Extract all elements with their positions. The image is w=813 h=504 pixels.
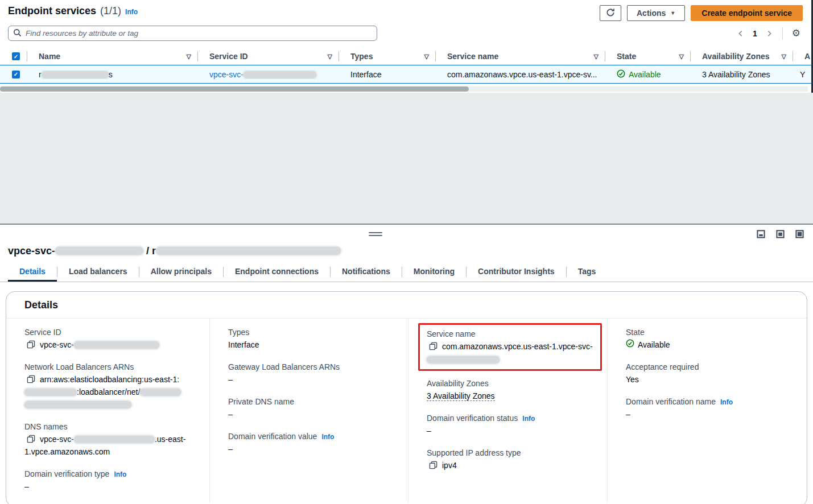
caret-down-icon: ▼ bbox=[670, 10, 675, 16]
resource-count: (1/1) bbox=[100, 5, 121, 17]
row-availability-zones-cell: 3 Availability Zones bbox=[691, 70, 793, 79]
copy-icon[interactable] bbox=[429, 461, 438, 469]
redacted-text bbox=[140, 389, 181, 396]
create-endpoint-service-button[interactable]: Create endpoint service bbox=[691, 5, 803, 21]
redacted-text bbox=[74, 341, 159, 349]
field-domain-verification-type: Domain verification typeInfo – bbox=[24, 469, 196, 493]
field-supported-ip-address-type: Supported IP address type ipv4 bbox=[427, 448, 593, 472]
column-header-types[interactable]: Types ▽ bbox=[339, 48, 436, 65]
check-circle-icon bbox=[617, 69, 625, 80]
field-private-dns-name: Private DNS name – bbox=[228, 397, 394, 420]
row-state-cell: Available bbox=[605, 69, 691, 80]
redacted-text bbox=[156, 247, 341, 255]
split-panel: vpce-svc- / r Details Load balancers All… bbox=[0, 224, 813, 504]
column-header-availability-zones[interactable]: Availability Zones ▽ bbox=[691, 48, 793, 65]
tab-tags[interactable]: Tags bbox=[567, 265, 608, 282]
row-service-id-cell: vpce-svc- bbox=[198, 70, 339, 79]
details-column-2: Types Interface Gateway Load Balancers A… bbox=[209, 319, 408, 503]
filter-icon[interactable]: ▽ bbox=[328, 53, 332, 60]
column-header-service-name[interactable]: Service name ▽ bbox=[436, 48, 605, 65]
select-all-cell: ✓ bbox=[0, 48, 27, 65]
filter-icon[interactable]: ▽ bbox=[679, 53, 684, 60]
preferences-button[interactable]: ⚙ bbox=[790, 26, 803, 40]
redacted-text bbox=[244, 71, 316, 79]
info-link[interactable]: Info bbox=[720, 398, 733, 406]
copy-icon[interactable] bbox=[27, 435, 35, 443]
column-header-service-id[interactable]: Service ID ▽ bbox=[198, 48, 339, 65]
panel-size-medium-button[interactable] bbox=[776, 230, 785, 238]
redacted-text bbox=[55, 247, 143, 255]
next-page-button[interactable] bbox=[763, 27, 775, 40]
info-link[interactable]: Info bbox=[522, 415, 535, 423]
availability-zones-link[interactable]: 3 Availability Zones bbox=[702, 70, 770, 79]
scrollbar-thumb[interactable] bbox=[0, 86, 469, 92]
details-column-3: Service name com.amazonaws.vpce.us-east-… bbox=[408, 319, 607, 503]
table-header-row: ✓ Name ▽ Service ID ▽ Types ▽ Service na… bbox=[0, 48, 813, 65]
column-header-state[interactable]: State ▽ bbox=[605, 48, 691, 65]
details-column-1: Service ID vpce-svc- Network Load Balanc… bbox=[6, 319, 209, 503]
refresh-button[interactable] bbox=[600, 5, 621, 21]
tab-endpoint-connections[interactable]: Endpoint connections bbox=[224, 265, 330, 282]
content-background bbox=[0, 93, 813, 224]
field-domain-verification-value: Domain verification valueInfo – bbox=[228, 432, 394, 455]
tab-details[interactable]: Details bbox=[8, 265, 57, 282]
actions-button[interactable]: Actions ▼ bbox=[627, 5, 685, 21]
copy-icon[interactable] bbox=[429, 342, 438, 350]
info-link[interactable]: Info bbox=[125, 8, 138, 16]
filter-icon[interactable]: ▽ bbox=[187, 53, 191, 60]
check-circle-icon bbox=[626, 338, 634, 351]
copy-icon[interactable] bbox=[27, 375, 35, 383]
details-card: Details Service ID vpce-svc- Network Loa… bbox=[6, 291, 807, 504]
filter-icon[interactable]: ▽ bbox=[782, 53, 786, 60]
field-availability-zones: Availability Zones 3 Availability Zones bbox=[427, 379, 593, 402]
filter-icon[interactable]: ▽ bbox=[424, 53, 429, 60]
info-link[interactable]: Info bbox=[114, 470, 126, 478]
field-service-id: Service ID vpce-svc- bbox=[24, 328, 196, 351]
column-header-acceptance[interactable]: A bbox=[793, 48, 813, 65]
availability-zones-link[interactable]: 3 Availability Zones bbox=[427, 391, 495, 401]
service-id-link[interactable]: vpce-svc- bbox=[209, 70, 316, 79]
current-page[interactable]: 1 bbox=[749, 29, 761, 38]
redacted-text bbox=[74, 436, 155, 443]
tab-monitoring[interactable]: Monitoring bbox=[402, 265, 466, 282]
field-acceptance-required: Acceptance required Yes bbox=[626, 362, 793, 386]
field-domain-verification-status: Domain verification statusInfo – bbox=[427, 414, 593, 437]
filter-icon[interactable]: ▽ bbox=[594, 53, 599, 60]
tab-notifications[interactable]: Notifications bbox=[331, 265, 402, 282]
select-all-checkbox[interactable]: ✓ bbox=[12, 52, 20, 60]
table-row[interactable]: ✓ rs vpce-svc- Interface com.amazonaws.v… bbox=[0, 65, 813, 84]
redacted-text bbox=[24, 389, 77, 396]
card-title: Details bbox=[24, 299, 789, 311]
details-column-4: State Available Acceptance required Yes … bbox=[607, 319, 807, 503]
field-state: State Available bbox=[626, 328, 793, 351]
panel-drag-handle[interactable] bbox=[369, 232, 382, 238]
pagination: 1 ⚙ bbox=[734, 26, 803, 40]
previous-page-button[interactable] bbox=[734, 27, 747, 40]
status-badge: Available bbox=[629, 70, 661, 79]
panel-size-small-button[interactable] bbox=[757, 230, 765, 238]
field-types: Types Interface bbox=[228, 328, 394, 351]
copy-icon[interactable] bbox=[27, 340, 35, 349]
row-name-cell: rs bbox=[27, 70, 198, 79]
info-link[interactable]: Info bbox=[321, 433, 334, 441]
refresh-icon bbox=[606, 8, 615, 19]
redacted-text bbox=[427, 356, 500, 363]
tab-load-balancers[interactable]: Load balancers bbox=[57, 265, 139, 282]
panel-title: vpce-svc- / r bbox=[0, 241, 813, 257]
status-badge: Available bbox=[638, 338, 670, 351]
column-header-name[interactable]: Name ▽ bbox=[27, 48, 198, 65]
search-box[interactable] bbox=[8, 26, 377, 41]
field-domain-verification-name: Domain verification nameInfo – bbox=[626, 397, 793, 420]
field-service-name-highlighted: Service name com.amazonaws.vpce.us-east-… bbox=[418, 323, 602, 371]
horizontal-scrollbar[interactable] bbox=[0, 86, 808, 92]
search-input[interactable] bbox=[26, 29, 372, 38]
row-types-cell: Interface bbox=[339, 70, 436, 79]
tab-contributor-insights[interactable]: Contributor Insights bbox=[467, 265, 566, 282]
field-dns-names: DNS names vpce-svc-.us-east-1.vpce.amazo… bbox=[24, 422, 196, 458]
endpoint-services-list-section: Endpoint services (1/1) Info Actions ▼ C… bbox=[0, 0, 813, 93]
tab-bar: Details Load balancers Allow principals … bbox=[0, 265, 813, 282]
panel-size-large-button[interactable] bbox=[795, 230, 804, 238]
row-checkbox[interactable]: ✓ bbox=[12, 71, 20, 79]
field-gateway-load-balancers-arns: Gateway Load Balancers ARNs – bbox=[228, 362, 394, 386]
tab-allow-principals[interactable]: Allow principals bbox=[139, 265, 223, 282]
